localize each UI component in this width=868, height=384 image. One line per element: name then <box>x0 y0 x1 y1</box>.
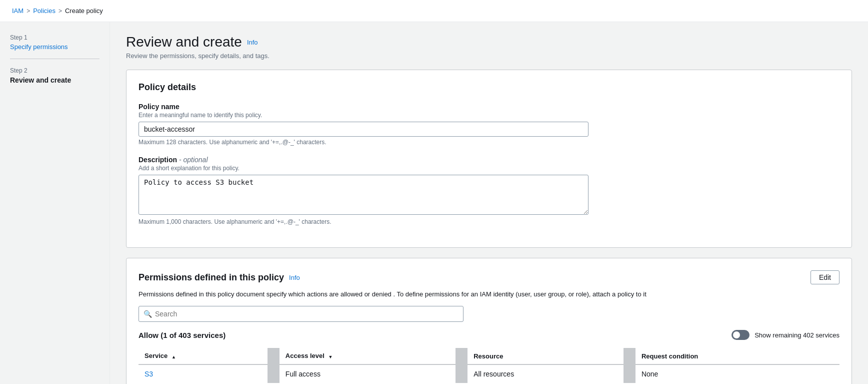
access-sort-icon <box>328 352 333 360</box>
toggle-row: Show remaining 402 services <box>732 330 840 340</box>
cell-resource: All resources <box>468 364 624 383</box>
show-remaining-toggle[interactable] <box>732 330 750 340</box>
col-access-level[interactable]: Access level <box>280 348 456 364</box>
page-info-link[interactable]: Info <box>247 39 258 46</box>
description-group: Description - optional Add a short expla… <box>138 156 840 225</box>
permissions-info-link[interactable]: Info <box>289 274 300 281</box>
col-divider-1 <box>268 348 280 364</box>
breadcrumb-iam-link[interactable]: IAM <box>12 7 24 15</box>
cell-access-level: Full access <box>280 364 456 383</box>
permissions-title: Permissions defined in this policy <box>138 272 284 283</box>
policy-details-card: Policy details Policy name Enter a meani… <box>126 70 852 248</box>
page-title: Review and create <box>126 34 242 50</box>
edit-button[interactable]: Edit <box>810 270 840 284</box>
service-link-s3[interactable]: S3 <box>144 370 153 378</box>
sidebar: Step 1 Specify permissions Step 2 Review… <box>0 22 110 384</box>
cell-divider-1 <box>268 364 280 383</box>
col-resource[interactable]: Resource <box>468 348 624 364</box>
policy-name-group: Policy name Enter a meaningful name to i… <box>138 103 840 146</box>
page-layout: Step 1 Specify permissions Step 2 Review… <box>0 22 868 384</box>
toggle-thumb <box>733 331 740 338</box>
page-title-row: Review and create Info <box>126 34 852 50</box>
table-body: S3 Full access All resources None <box>138 364 840 383</box>
toggle-label: Show remaining 402 services <box>754 331 840 339</box>
sidebar-divider <box>10 59 100 59</box>
allow-title: Allow (1 of 403 services) <box>138 331 226 339</box>
policy-name-input[interactable] <box>138 122 588 137</box>
page-subtitle: Review the permissions, specify details,… <box>126 52 852 60</box>
search-input[interactable] <box>138 306 464 322</box>
description-max-hint: Maximum 1,000 characters. Use alphanumer… <box>138 218 840 225</box>
table-header-row: Service Access level <box>138 348 840 364</box>
permissions-title-row: Permissions defined in this policy Info <box>138 272 300 283</box>
description-suffix: . To define permissions for an IAM ident… <box>393 290 646 298</box>
cell-divider-3 <box>624 364 636 383</box>
description-denied: denied <box>372 290 392 298</box>
breadcrumb: IAM > Policies > Create policy <box>0 0 868 22</box>
search-container: 🔍 <box>138 306 464 322</box>
allow-row: Allow (1 of 403 services) Show remaining… <box>138 330 840 340</box>
col-divider-2 <box>456 348 468 364</box>
policy-name-max-hint: Maximum 128 characters. Use alphanumeric… <box>138 139 840 146</box>
description-label: Description - optional <box>138 156 840 164</box>
sidebar-step1-label: Step 1 <box>10 34 100 41</box>
policy-name-hint: Enter a meaningful name to identify this… <box>138 112 840 119</box>
breadcrumb-policies-link[interactable]: Policies <box>33 7 56 15</box>
description-textarea[interactable]: Policy to access S3 bucket <box>138 175 588 215</box>
breadcrumb-current: Create policy <box>65 7 103 15</box>
permissions-description: Permissions defined in this policy docum… <box>138 290 840 298</box>
search-icon: 🔍 <box>144 310 152 318</box>
permissions-card: Permissions defined in this policy Info … <box>126 258 852 384</box>
col-service[interactable]: Service <box>138 348 268 364</box>
permissions-table: Service Access level <box>138 348 840 383</box>
policy-details-title: Policy details <box>138 82 840 93</box>
sidebar-review-and-create-label: Review and create <box>10 76 100 84</box>
main-content: Review and create Info Review the permis… <box>110 22 868 384</box>
policy-name-label: Policy name <box>138 103 840 111</box>
cell-service: S3 <box>138 364 268 383</box>
col-divider-3 <box>624 348 636 364</box>
table-row: S3 Full access All resources None <box>138 364 840 383</box>
col-request-condition[interactable]: Request condition <box>636 348 840 364</box>
cell-divider-2 <box>456 364 468 383</box>
description-or: or <box>364 290 372 298</box>
description-hint: Add a short explanation for this policy. <box>138 165 840 172</box>
sidebar-step2-label: Step 2 <box>10 67 100 74</box>
permissions-header: Permissions defined in this policy Info … <box>138 270 840 284</box>
service-sort-icon <box>172 352 176 360</box>
description-optional: - optional <box>179 156 208 164</box>
sidebar-specify-permissions-link[interactable]: Specify permissions <box>10 43 100 51</box>
cell-request-condition: None <box>636 364 840 383</box>
breadcrumb-sep-1: > <box>26 8 30 15</box>
breadcrumb-sep-2: > <box>58 8 62 15</box>
page-header: Review and create Info Review the permis… <box>126 34 852 60</box>
table-header: Service Access level <box>138 348 840 364</box>
